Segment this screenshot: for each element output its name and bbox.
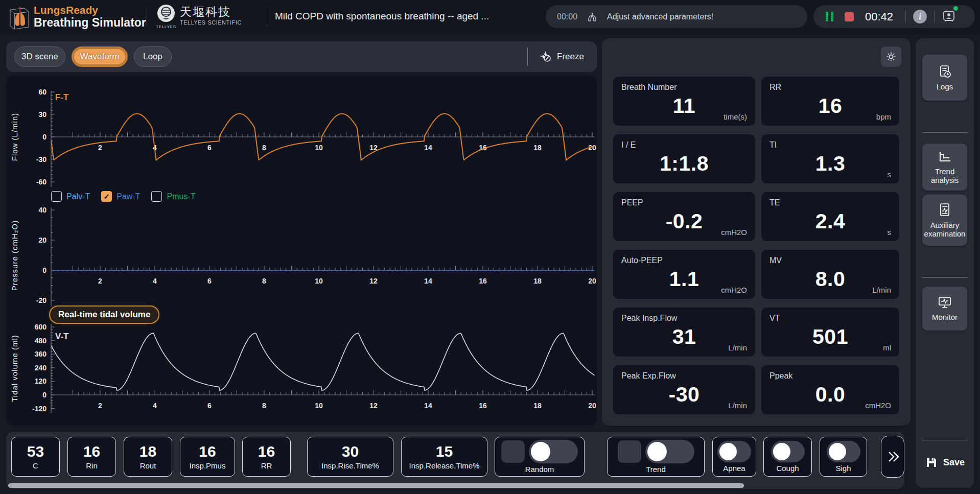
toggle-trend[interactable]: Trend: [607, 437, 705, 477]
svg-text:14: 14: [424, 402, 432, 410]
toggle-cough[interactable]: Cough: [763, 437, 812, 477]
trend-analysis-button[interactable]: Trend analysis: [922, 144, 967, 191]
freeze-label: Freeze: [557, 52, 584, 62]
stat-value: 1.3: [761, 152, 899, 176]
param-rin[interactable]: 16 Rin: [67, 437, 116, 477]
param-insp-release-time[interactable]: 15 Insp.Release.Time%: [401, 437, 487, 477]
auxiliary-examination-label: Auxiliary examination: [922, 221, 967, 239]
stat-unit: L/min: [728, 343, 747, 352]
stat-label: Auto-PEEP: [621, 256, 663, 265]
save-button[interactable]: Save: [916, 447, 974, 478]
brand-en: TELLYES SCIENTIFIC: [180, 19, 242, 26]
svg-text:18: 18: [533, 144, 542, 152]
svg-text:8: 8: [262, 277, 266, 285]
trend-switch[interactable]: [645, 440, 694, 463]
stat-auto-peep: Auto-PEEP 1.1 cmH2O: [613, 250, 755, 299]
toggle-label: Random: [525, 465, 554, 474]
auxiliary-examination-button[interactable]: Auxiliary examination: [922, 195, 967, 246]
param-rr[interactable]: 16 RR: [242, 437, 291, 477]
session-timer: 00:42: [865, 10, 893, 23]
device-status-button[interactable]: [942, 9, 956, 25]
stat-label: Peak Insp.Flow: [621, 314, 677, 323]
tellyes-text: 天堰科技 TELLYES SCIENTIFIC: [180, 5, 242, 26]
svg-text:10: 10: [315, 402, 323, 410]
stat-peak-insp-flow: Peak Insp.Flow 31 L/min: [613, 308, 755, 357]
toggle-box: [501, 440, 525, 463]
param-label: C: [33, 461, 38, 470]
svg-text:-20: -20: [36, 296, 46, 304]
param-rout[interactable]: 18 Rout: [124, 437, 172, 477]
palv-checkbox[interactable]: [51, 191, 62, 202]
stat-unit: time(s): [724, 112, 747, 121]
brand-cn: 天堰科技: [180, 5, 242, 19]
header-divider: [147, 7, 147, 27]
trend-analysis-icon: [937, 150, 952, 164]
svg-text:360: 360: [35, 350, 47, 358]
param-label: Rin: [86, 461, 98, 470]
pmus-checkbox[interactable]: [151, 191, 162, 202]
svg-text:8: 8: [262, 402, 266, 410]
switch-knob: [829, 443, 846, 460]
lungs-logo: [6, 4, 32, 30]
app-subtitle: Breathing Simulator: [34, 16, 146, 29]
param-label: Rout: [140, 461, 156, 470]
switch-knob: [719, 443, 737, 460]
message-time: 00:00: [557, 12, 577, 21]
param-c[interactable]: 53 C: [11, 437, 60, 477]
stats-grid: Breath Number 11 time(s) RR 16 bpm I / E…: [613, 77, 899, 414]
waveform-charts: 60300-30-602468101214161820F-TFlow (L/mi…: [6, 76, 597, 426]
stat-value: 501: [761, 325, 899, 349]
logs-button[interactable]: Logs: [922, 55, 967, 101]
freeze-button[interactable]: Freeze: [540, 46, 584, 67]
right-sidebar: Logs Trend analysis Auxiliary examinatio…: [916, 38, 974, 488]
svg-text:18: 18: [533, 277, 542, 285]
legend-palv-t[interactable]: Palv-T: [51, 191, 90, 202]
svg-text:14: 14: [424, 144, 432, 152]
random-switch[interactable]: [529, 440, 578, 463]
pause-button[interactable]: [826, 12, 833, 21]
stop-button[interactable]: [845, 12, 854, 21]
settings-button[interactable]: [881, 46, 901, 67]
param-insp-pmus[interactable]: 16 Insp.Pmus: [180, 437, 235, 477]
palv-label: Palv-T: [66, 192, 90, 201]
monitor-button[interactable]: Monitor: [922, 287, 967, 331]
tab-loop[interactable]: Loop: [134, 46, 172, 67]
apnea-switch[interactable]: [717, 441, 751, 462]
save-label: Save: [943, 457, 965, 468]
sigh-switch[interactable]: [827, 441, 860, 462]
stat-unit: cmH2O: [721, 228, 747, 237]
svg-text:-60: -60: [36, 178, 46, 186]
stat-label: Breath Number: [621, 83, 677, 92]
paw-checkbox[interactable]: ✓: [101, 191, 112, 202]
logs-icon: [937, 64, 952, 79]
stat-unit: L/min: [728, 401, 747, 410]
chart-panel: 60300-30-602468101214161820F-TFlow (L/mi…: [6, 76, 597, 426]
divider: [905, 10, 906, 23]
info-button[interactable]: i: [913, 10, 927, 23]
scenario-title: Mild COPD with spontaneous breathing -- …: [275, 11, 489, 22]
toggle-sigh[interactable]: Sigh: [820, 437, 867, 477]
tab-3d-scene[interactable]: 3D scene: [14, 46, 65, 67]
stat-te: TE 2.4 s: [761, 192, 899, 241]
logs-label: Logs: [937, 82, 953, 91]
stat-unit: s: [888, 228, 892, 237]
svg-text:20: 20: [588, 277, 596, 285]
param-insp-rise-time[interactable]: 30 Insp.Rise.Time%: [307, 437, 393, 477]
legend-pmus-t[interactable]: Pmus-T: [151, 191, 195, 202]
svg-text:30: 30: [38, 110, 46, 119]
tab-waveform[interactable]: Waveform: [72, 46, 128, 67]
cough-switch[interactable]: [771, 441, 805, 462]
svg-text:V-T: V-T: [55, 332, 69, 341]
svg-text:2: 2: [98, 144, 102, 152]
svg-text:120: 120: [35, 377, 47, 385]
toggle-apnea[interactable]: Apnea: [712, 437, 756, 477]
toggle-random[interactable]: Random: [495, 437, 585, 477]
stat-ie-ratio: I / E 1:1.8: [613, 134, 755, 183]
pause-bar-icon: [831, 12, 833, 21]
toggle-label: Trend: [646, 465, 666, 474]
stat-peak-exp-flow: Peak Exp.Flow -30 L/min: [613, 365, 755, 414]
horizontal-scrollbar-thumb[interactable]: [8, 483, 744, 488]
parameter-bar: 53 C 16 Rin 18 Rout 16 Insp.Pmus 16 RR 3…: [6, 432, 904, 489]
legend-paw-t[interactable]: ✓ Paw-T: [101, 191, 140, 202]
more-parameters-button[interactable]: [881, 436, 904, 478]
